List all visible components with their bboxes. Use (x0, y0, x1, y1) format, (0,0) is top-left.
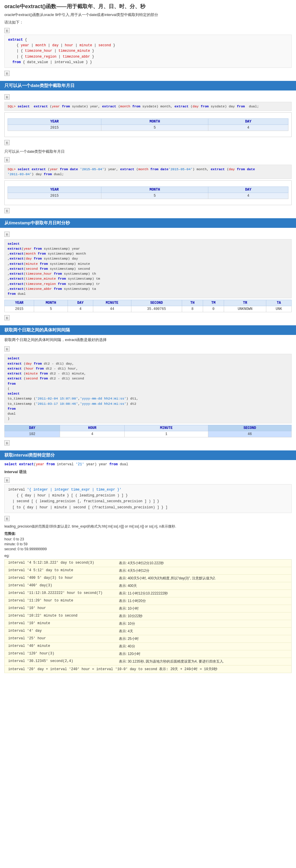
range-hour: hour: 0 to 23 (4, 537, 292, 541)
section-header-3: 从timestamp中获取年月日时分秒 (0, 218, 296, 228)
result-area-1: YEAR MONTH DAY 2015 5 4 (4, 112, 292, 137)
copy-icon-11[interactable]: ⎘ (4, 477, 9, 483)
example-desc-10: 表示: 4天 (115, 628, 292, 635)
col-month-3: MONTH (34, 300, 68, 306)
example-desc-7: 表示: 10小时 (115, 605, 292, 613)
example-code-5: interval '11:12:10.2222222' hour to seco… (5, 590, 115, 597)
section-desc-4: 获取两个日期之间的具体时间间隔，extract函数是最好的选择 (4, 337, 292, 342)
example-row-3: interval '400 5' day(3) to hour 表示: 400天… (5, 575, 292, 582)
range-minute: minute: 0 to 59 (4, 542, 292, 546)
col-year: YEAR (8, 119, 101, 125)
examples-table: interval '4 5:12:10.222' day to second(3… (4, 559, 292, 673)
section-header-1: 只可以从一个date类型中截取年月日 (0, 81, 296, 91)
example-desc-14: 表示: 30.1235秒, 因为该地方秒的后面精度设置为4, 要进行四舍五入. (115, 658, 292, 665)
result-area-2: YEAR MONTH DAY 2015 5 4 (4, 180, 292, 205)
example-desc-4: 表示: 400天 (115, 582, 292, 590)
val-tm-3: 0 (203, 306, 224, 312)
range-second: second: 0 to 59.999999999 (4, 547, 292, 551)
example-row-6: interval '11:20' hour to minute 表示: 11小时… (5, 597, 292, 605)
val-tr-3: UNKNOWN (224, 306, 266, 312)
sql-block-1: SQL> select extract (year from sysdate) … (4, 102, 292, 111)
example-desc-6: 表示: 11小时20分 (115, 597, 292, 605)
example-code-10: interval '4' day (5, 628, 115, 635)
val-second-4: 46 (208, 431, 291, 437)
sql-block-2: SQL> select extract (year from date '201… (4, 165, 292, 179)
syntax-label: 语法如下： (4, 20, 292, 25)
example-row-10: interval '4' day 表示: 4天 (5, 628, 292, 635)
copy-icon-10[interactable]: ⎘ (4, 440, 9, 445)
val-day: 4 (208, 125, 289, 131)
val-hour-4: 4 (60, 431, 125, 437)
col-month: MONTH (101, 119, 208, 125)
example-code-11: interval '25' hour (5, 635, 115, 643)
val-month-3: 5 (34, 306, 68, 312)
page-title: oracle中extract()函数——用于截取年、月、日、时、分、秒 (4, 3, 292, 10)
col-month-2: MONTH (101, 187, 208, 193)
col-day-3: DAY (68, 300, 93, 306)
col-day-2: DAY (208, 187, 289, 193)
example-row-11: interval '25' hour 表示: 25小时 (5, 635, 292, 643)
intro-text: oracle中extract()函数从oracle 9i中引入,用于从一个dat… (4, 12, 292, 18)
example-desc-9: 表示: 10分 (115, 620, 292, 628)
val-year-3: 2015 (5, 306, 34, 312)
copy-icon-6[interactable]: ⎘ (4, 208, 9, 213)
example-desc-12: 表示: 40分 (115, 643, 292, 650)
copy-icon-2[interactable]: ⎘ (4, 71, 9, 76)
val-second-3: 35.400765 (131, 306, 182, 312)
col-minute-3: MINUTE (93, 300, 131, 306)
example-code-13: interval '120' hour(3) (5, 650, 115, 658)
example-row-2: interval '4 5:12' day to minute 表示: 4天5小… (5, 567, 292, 575)
syntax-code-block: extract { { year | month | day | hour | … (4, 35, 292, 68)
val-minute-3: 44 (93, 306, 131, 312)
example-row-12: interval '40' minute 表示: 40分 (5, 643, 292, 650)
simple-sql-5: select extract(year from interval '21' y… (4, 462, 292, 466)
val-th-3: 8 (182, 306, 203, 312)
example-code-7: interval '10' hour (5, 605, 115, 613)
col-second-3: SECOND (131, 300, 182, 306)
copy-icon-7[interactable]: ⎘ (4, 231, 9, 237)
note-text: leading_precision值的范围是0到9,默认是2. time_exp… (4, 524, 292, 529)
col-day-4: DAY (5, 425, 60, 431)
val-month: 5 (101, 125, 208, 131)
example-code-8: interval '10:22' minute to second (5, 613, 115, 620)
example-row-15: interval '20' day + interval '240' hour … (5, 665, 292, 673)
example-code-14: interval '30.12345' second(2,4) (5, 658, 115, 665)
example-code-9: interval '10' minute (5, 620, 115, 628)
col-hour-4: HOUR (60, 425, 125, 431)
example-code-15: interval '20' day + interval '240' hour … (5, 665, 292, 673)
val-day-4: 102 (5, 431, 60, 437)
example-desc-5: 表示: 11小时12分10.2222222秒 (115, 590, 292, 597)
example-row-9: interval '10' minute 表示: 10分 (5, 620, 292, 628)
example-row-14: interval '30.12345' second(2,4) 表示: 30.1… (5, 658, 292, 665)
val-day-2: 4 (208, 193, 289, 199)
col-tm-3: TM (203, 300, 224, 306)
copy-icon-3[interactable]: ⎘ (4, 94, 9, 99)
example-row-1: interval '4 5:12:10.222' day to second(3… (5, 560, 292, 567)
example-desc-3: 表示: 400天5小时, 400为3为精度,所以"day(3)", 注意默认值为… (115, 575, 292, 582)
example-code-1: interval '4 5:12:10.222' day to second(3… (5, 560, 115, 567)
val-year: 2015 (8, 125, 101, 131)
subsection-title-2: 只可以从一个date类型中截取年月日 (4, 149, 292, 154)
copy-icon-8[interactable]: ⎘ (4, 315, 9, 320)
section-header-5: 获取interval类型特定部分 (0, 451, 296, 460)
example-row-7: interval '10' hour 表示: 10小时 (5, 605, 292, 613)
val-ta-3: UNK (266, 306, 292, 312)
copy-icon-5[interactable]: ⎘ (4, 157, 9, 162)
eg-label: eg: (4, 553, 292, 558)
example-desc-2: 表示: 4天5小时12分 (115, 567, 292, 575)
copy-icon-4[interactable]: ⎘ (4, 140, 9, 145)
range-section: 范围值: hour: 0 to 23 minute: 0 to 59 secon… (4, 531, 292, 551)
sql-block-3: select extract(year from systimestamp) y… (4, 239, 292, 299)
example-desc-8: 表示: 10分22秒 (115, 613, 292, 620)
copy-icon-1[interactable]: ⎘ (4, 28, 9, 33)
example-code-4: interval '400' day(3) (5, 582, 115, 590)
col-minute-4: MINUTE (125, 425, 208, 431)
example-code-12: interval '40' minute (5, 643, 115, 650)
example-code-2: interval '4 5:12' day to minute (5, 567, 115, 575)
val-minute-4: 1 (125, 431, 208, 437)
copy-icon-9[interactable]: ⎘ (4, 346, 9, 351)
copy-icon-12[interactable]: ⎘ (4, 516, 9, 521)
example-row-4: interval '400' day(3) 表示: 400天 (5, 582, 292, 590)
val-year-2: 2015 (8, 193, 101, 199)
example-code-6: interval '11:20' hour to minute (5, 597, 115, 605)
